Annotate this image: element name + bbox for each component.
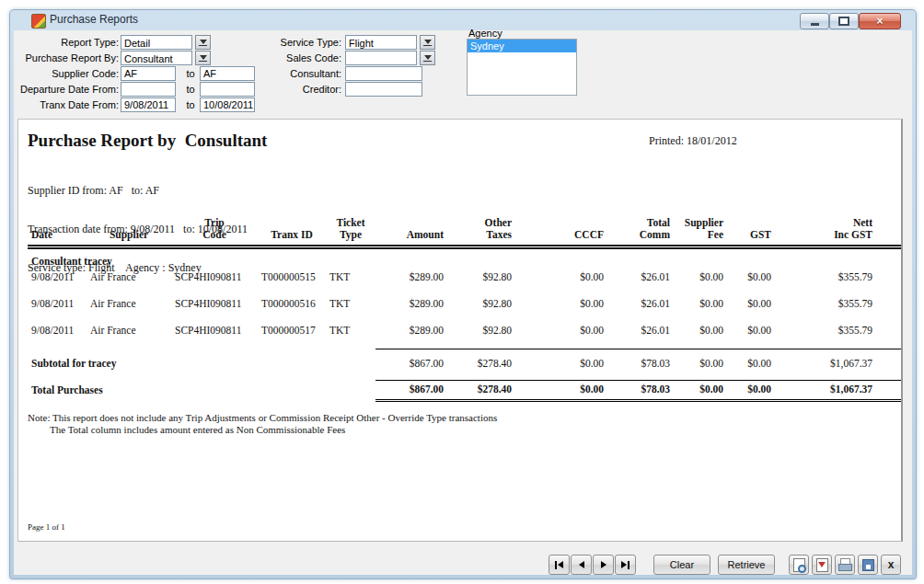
printed-date: Printed: 18/01/2012 <box>649 134 737 148</box>
minimize-icon <box>811 23 819 26</box>
app-icon <box>31 14 46 29</box>
sales-code-dropdown-button[interactable] <box>420 51 435 65</box>
table-cell: $26.01 <box>607 322 674 349</box>
last-page-button[interactable] <box>615 555 636 575</box>
purchase-report-by-combobox[interactable]: Consultant <box>121 51 192 65</box>
supplier-code-from-input[interactable] <box>121 66 176 81</box>
agency-listbox[interactable]: Sydney <box>467 39 577 96</box>
tranx-date-to-input[interactable] <box>200 97 255 112</box>
column-header: Total Comm <box>607 212 674 247</box>
report-type-label: Report Type: <box>17 35 119 50</box>
column-header: Date <box>28 212 87 247</box>
table-cell: $92.80 <box>447 295 515 322</box>
table-cell: Air France <box>87 295 171 322</box>
table-cell: $278.40 <box>447 381 515 401</box>
creditor-label: Creditor: <box>231 82 341 97</box>
departure-date-label: Departure Date From: <box>17 82 119 97</box>
report-type-dropdown-button[interactable] <box>195 35 211 50</box>
table-cell: $0.00 <box>727 381 775 401</box>
agency-list-item-selected[interactable]: Sydney <box>468 40 576 52</box>
close-window-button[interactable]: × <box>859 13 901 29</box>
titlebar[interactable]: Purchase Reports × <box>10 10 916 30</box>
table-cell: $278.40 <box>447 349 515 381</box>
preview-icon <box>793 558 805 572</box>
sales-code-combobox[interactable] <box>345 51 417 65</box>
departure-date-from-input[interactable] <box>121 82 176 97</box>
report-type-combobox[interactable]: Detail <box>121 35 192 50</box>
departure-date-to-label: to <box>183 82 198 97</box>
column-header: Tranx ID <box>258 212 326 247</box>
consultant-input[interactable] <box>345 66 422 81</box>
table-cell: Total Purchases <box>28 381 375 401</box>
tranx-date-from-input[interactable] <box>121 97 176 112</box>
tranx-date-label: Tranx Date From: <box>17 97 119 112</box>
column-header: Supplier Fee <box>674 212 727 247</box>
table-cell: $1,067.37 <box>876 381 903 401</box>
table-cell: T000000515 <box>258 269 326 295</box>
save-button[interactable] <box>858 555 878 575</box>
table-cell: $0.00 <box>515 269 607 295</box>
table-cell: Consultant tracey <box>28 247 903 269</box>
next-page-icon <box>601 561 606 568</box>
next-page-button[interactable] <box>593 555 614 575</box>
table-cell: $0.00 <box>674 295 727 322</box>
column-header: Supplier <box>87 212 171 247</box>
column-header: Trip Code <box>171 212 258 247</box>
tranx-date-to-label: to <box>183 97 198 112</box>
save-icon <box>862 559 874 571</box>
previous-page-button[interactable] <box>571 555 592 575</box>
table-cell: $355.79 <box>775 322 876 349</box>
column-header: Amount <box>375 212 447 247</box>
previous-page-icon <box>579 561 584 568</box>
close-x-icon: x <box>888 558 895 571</box>
chevron-down-icon <box>424 55 432 60</box>
service-type-combobox[interactable]: Flight <box>345 35 417 50</box>
service-type-dropdown-button[interactable] <box>420 35 435 50</box>
maximize-button[interactable] <box>829 13 859 29</box>
table-row: 9/08/2011Air FranceSCP4HI090811T00000051… <box>28 295 903 322</box>
table-cell: $92.80 <box>447 322 515 349</box>
supplier-code-label: Supplier Code: <box>17 66 119 81</box>
table-cell: $0.00 <box>515 295 607 322</box>
table-cell: $26.01 <box>607 269 674 295</box>
table-cell: $92.80 <box>447 269 515 295</box>
table-cell: 9/08/2011 <box>28 322 87 349</box>
table-cell: $0.00 <box>515 381 607 401</box>
minimize-button[interactable] <box>800 13 829 29</box>
table-cell: $78.03 <box>607 381 674 401</box>
report-notes: Note: This report does not include any T… <box>28 412 497 436</box>
window-title: Purchase Reports <box>50 13 138 26</box>
preview-button[interactable] <box>789 555 809 575</box>
creditor-input[interactable] <box>345 82 422 97</box>
table-cell: $355.79 <box>775 269 876 295</box>
table-cell: $0.00 <box>727 349 775 381</box>
table-cell: 9/08/2011 <box>28 269 87 295</box>
table-cell: Subtotal for tracey <box>28 349 375 381</box>
retrieve-button[interactable]: Retrieve <box>718 555 775 575</box>
clear-button[interactable]: Clear <box>653 555 710 575</box>
criteria-supplier: Supplier ID from: AF to: AF <box>28 184 248 197</box>
print-button[interactable] <box>835 555 855 575</box>
table-body: Consultant tracey9/08/2011Air FranceSCP4… <box>28 247 903 401</box>
table-cell: $78.03 <box>607 349 674 381</box>
table-cell: $355.79 <box>876 295 903 322</box>
table-cell: $355.79 <box>775 295 876 322</box>
table-cell: $0.00 <box>727 269 775 295</box>
table-cell: SCP4HI090811 <box>171 295 258 322</box>
table-cell: $0.00 <box>674 381 727 401</box>
table-cell: SCP4HI090811 <box>171 322 258 349</box>
first-page-button[interactable] <box>549 555 570 575</box>
purchases-table: DateSupplierTrip CodeTranx IDTicket Type… <box>28 212 903 402</box>
column-header: Other Taxes <box>447 212 515 247</box>
table-cell: $1,067.37 <box>876 349 903 381</box>
purchase-report-by-dropdown-button[interactable] <box>195 51 211 65</box>
note-line: The Total column includes amount entered… <box>28 424 497 436</box>
note-line: Note: This report does not include any T… <box>28 412 497 424</box>
table-cell: $289.00 <box>375 322 447 349</box>
table-cell: $0.00 <box>674 349 727 381</box>
table-cell: T000000517 <box>258 322 326 349</box>
table-cell: TKT <box>326 322 375 349</box>
table-cell: $26.01 <box>607 295 674 322</box>
close-report-button[interactable]: x <box>881 555 901 575</box>
export-pdf-button[interactable] <box>812 555 832 575</box>
